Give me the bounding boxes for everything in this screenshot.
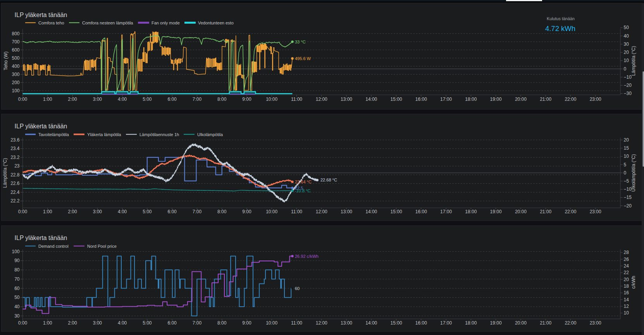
svg-text:12:00: 12:00 bbox=[316, 97, 327, 102]
svg-text:0: 0 bbox=[624, 170, 627, 176]
svg-text:5:00: 5:00 bbox=[143, 320, 152, 326]
svg-text:22.4: 22.4 bbox=[10, 190, 20, 195]
svg-text:400: 400 bbox=[12, 64, 19, 69]
svg-text:12:00: 12:00 bbox=[316, 209, 327, 214]
svg-text:20: 20 bbox=[624, 277, 629, 282]
svg-text:13:00: 13:00 bbox=[341, 97, 352, 102]
svg-text:7:00: 7:00 bbox=[193, 209, 202, 214]
svg-text:100: 100 bbox=[12, 249, 19, 254]
svg-text:23.4: 23.4 bbox=[10, 146, 20, 151]
svg-text:Lämpötilaennuste 1h: Lämpötilaennuste 1h bbox=[139, 132, 179, 137]
svg-text:Comfora nesteen lämpötila: Comfora nesteen lämpötila bbox=[82, 21, 133, 25]
svg-text:Lämpötila (°C): Lämpötila (°C) bbox=[2, 158, 8, 188]
svg-text:500: 500 bbox=[12, 55, 19, 61]
svg-text:15: 15 bbox=[624, 145, 629, 151]
svg-text:21:00: 21:00 bbox=[540, 209, 551, 214]
svg-text:495.6 W: 495.6 W bbox=[295, 56, 311, 61]
svg-text:6:00: 6:00 bbox=[167, 320, 177, 326]
svg-text:9:00: 9:00 bbox=[242, 209, 251, 214]
svg-text:-10.8 °C: -10.8 °C bbox=[295, 188, 311, 193]
svg-text:−5: −5 bbox=[624, 178, 629, 184]
svg-text:10:00: 10:00 bbox=[266, 97, 277, 102]
svg-text:33 °C: 33 °C bbox=[295, 40, 306, 44]
svg-text:5: 5 bbox=[624, 162, 627, 168]
svg-text:8:00: 8:00 bbox=[217, 97, 227, 102]
svg-text:Ulkolämpötila (°C): Ulkolämpötila (°C) bbox=[631, 154, 636, 192]
svg-text:28: 28 bbox=[624, 250, 629, 255]
svg-text:17:00: 17:00 bbox=[440, 97, 452, 102]
svg-text:4:00: 4:00 bbox=[118, 209, 127, 214]
svg-text:700: 700 bbox=[12, 39, 19, 45]
svg-text:23:00: 23:00 bbox=[590, 97, 601, 102]
svg-text:6:00: 6:00 bbox=[167, 97, 177, 102]
svg-text:9:00: 9:00 bbox=[242, 320, 251, 326]
svg-text:20:00: 20:00 bbox=[515, 97, 527, 102]
svg-text:15:00: 15:00 bbox=[391, 320, 402, 326]
svg-text:7:00: 7:00 bbox=[193, 320, 202, 326]
svg-text:17:00: 17:00 bbox=[440, 320, 452, 326]
svg-text:−15: −15 bbox=[624, 195, 632, 200]
svg-text:Demand control: Demand control bbox=[38, 244, 69, 249]
svg-text:11:00: 11:00 bbox=[291, 320, 302, 326]
svg-text:14:00: 14:00 bbox=[365, 97, 377, 102]
svg-text:18: 18 bbox=[624, 283, 629, 289]
svg-text:19:00: 19:00 bbox=[490, 320, 502, 326]
svg-text:80: 80 bbox=[14, 267, 20, 273]
svg-text:4:00: 4:00 bbox=[118, 97, 127, 102]
svg-text:Nord Pool price: Nord Pool price bbox=[87, 244, 117, 249]
svg-text:20:00: 20:00 bbox=[515, 209, 527, 214]
svg-text:Fan only mode: Fan only mode bbox=[152, 21, 180, 25]
svg-text:22:00: 22:00 bbox=[565, 320, 576, 326]
svg-text:1:00: 1:00 bbox=[43, 97, 52, 102]
svg-text:12: 12 bbox=[624, 304, 629, 309]
svg-text:60: 60 bbox=[295, 286, 300, 291]
svg-text:18:00: 18:00 bbox=[465, 209, 477, 214]
svg-text:8:00: 8:00 bbox=[217, 320, 227, 326]
svg-text:24: 24 bbox=[624, 263, 629, 269]
svg-text:100: 100 bbox=[12, 88, 19, 93]
svg-text:23.2: 23.2 bbox=[10, 155, 20, 160]
svg-text:20: 20 bbox=[624, 50, 629, 55]
svg-text:26: 26 bbox=[624, 257, 629, 262]
svg-text:Vedontunteen esto: Vedontunteen esto bbox=[198, 21, 234, 25]
svg-text:23:00: 23:00 bbox=[590, 320, 601, 326]
svg-text:22.2: 22.2 bbox=[10, 198, 20, 204]
svg-text:ILP yläkerta tänään: ILP yläkerta tänään bbox=[15, 123, 67, 130]
svg-text:90: 90 bbox=[14, 258, 20, 263]
svg-text:c/kWh: c/kWh bbox=[631, 276, 636, 288]
svg-text:40: 40 bbox=[624, 33, 629, 39]
svg-text:14: 14 bbox=[624, 297, 629, 302]
svg-text:23:00: 23:00 bbox=[590, 209, 601, 214]
svg-text:−20: −20 bbox=[624, 83, 632, 88]
svg-text:21:00: 21:00 bbox=[540, 97, 551, 102]
svg-text:Tavoitelämpötila: Tavoitelämpötila bbox=[38, 132, 69, 137]
svg-text:15:00: 15:00 bbox=[391, 97, 402, 102]
svg-text:2:00: 2:00 bbox=[68, 209, 77, 214]
svg-text:16:00: 16:00 bbox=[415, 320, 427, 326]
svg-text:1:00: 1:00 bbox=[43, 320, 52, 326]
svg-text:Lämpötila (°C): Lämpötila (°C) bbox=[631, 46, 636, 76]
svg-text:50: 50 bbox=[14, 295, 20, 300]
svg-text:1:00: 1:00 bbox=[43, 209, 52, 214]
svg-text:10:00: 10:00 bbox=[266, 209, 277, 214]
svg-text:Yläkerta lämpötila: Yläkerta lämpötila bbox=[87, 132, 121, 137]
svg-text:30: 30 bbox=[14, 313, 20, 319]
svg-text:11:00: 11:00 bbox=[291, 97, 302, 102]
svg-text:50: 50 bbox=[624, 25, 629, 30]
svg-text:70: 70 bbox=[14, 276, 20, 282]
svg-text:0: 0 bbox=[624, 66, 627, 72]
svg-text:11:00: 11:00 bbox=[291, 209, 302, 214]
svg-text:22: 22 bbox=[624, 270, 629, 275]
svg-text:22.64 °C: 22.64 °C bbox=[295, 180, 312, 184]
svg-text:10: 10 bbox=[624, 58, 629, 63]
svg-text:3:00: 3:00 bbox=[93, 320, 102, 326]
svg-text:10: 10 bbox=[624, 154, 629, 159]
svg-text:2:00: 2:00 bbox=[68, 320, 77, 326]
svg-text:21:00: 21:00 bbox=[540, 320, 551, 326]
svg-text:22.68 °C: 22.68 °C bbox=[320, 178, 337, 182]
svg-text:30: 30 bbox=[624, 41, 629, 47]
svg-text:17:00: 17:00 bbox=[440, 209, 452, 214]
svg-text:−20: −20 bbox=[624, 203, 632, 209]
svg-text:300: 300 bbox=[12, 72, 19, 77]
svg-text:800: 800 bbox=[12, 31, 19, 36]
